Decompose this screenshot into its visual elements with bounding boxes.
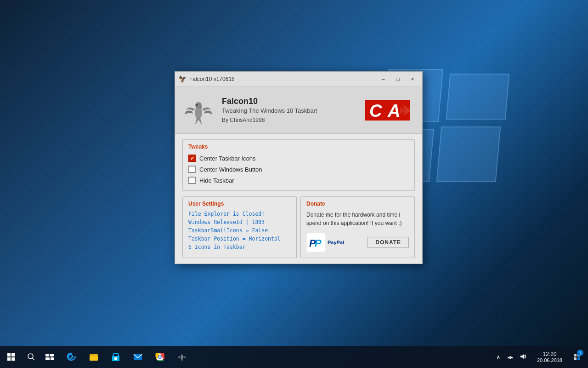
window-title: Falcon10 v170618 bbox=[189, 76, 374, 82]
app-icon: 🦅 bbox=[179, 75, 187, 83]
donate-label: Donate bbox=[306, 201, 409, 207]
title-bar: 🦅 Falcon10 v170618 – □ × bbox=[175, 72, 422, 86]
hide-taskbar-label: Hide Taskbar bbox=[199, 177, 234, 184]
app-subtitle: Tweaking The Windows 10 Taskbar! bbox=[222, 107, 352, 114]
network-status-icon bbox=[507, 354, 514, 359]
store-icon bbox=[111, 352, 121, 362]
svg-point-28 bbox=[181, 355, 183, 356]
paypal-icon: P P bbox=[306, 233, 326, 252]
clock[interactable]: 12:20 20.06.2018 bbox=[533, 351, 566, 363]
svg-point-26 bbox=[159, 356, 161, 358]
donate-text: Donate me for the hardwork and time i sp… bbox=[306, 211, 409, 227]
svg-line-14 bbox=[33, 358, 35, 361]
setting-small-icons: TaskbarSmallIcons = False bbox=[188, 227, 291, 234]
chrome-icon bbox=[155, 352, 165, 362]
svg-rect-33 bbox=[574, 357, 577, 360]
falcon10-app-icon bbox=[177, 352, 187, 362]
svg-rect-19 bbox=[90, 354, 98, 361]
app-info: Falcon10 Tweaking The Windows 10 Taskbar… bbox=[222, 97, 352, 123]
edge-icon bbox=[67, 352, 77, 362]
setting-position: Taskbar Position = Horizontal bbox=[188, 236, 291, 242]
windows-start-icon bbox=[7, 353, 15, 361]
falcon-icon bbox=[184, 95, 214, 125]
edge-taskbar-icon[interactable] bbox=[62, 347, 82, 367]
tweaks-section: Tweaks Center Taskbar Icons Center Windo… bbox=[182, 139, 415, 191]
user-settings-label: User Settings bbox=[188, 201, 291, 207]
sys-tray-icons: ∧ bbox=[491, 354, 531, 361]
maximize-button[interactable]: □ bbox=[392, 74, 404, 84]
chrome-taskbar-icon[interactable] bbox=[150, 347, 170, 367]
mail-taskbar-icon[interactable] bbox=[128, 347, 148, 367]
file-explorer-taskbar-icon[interactable] bbox=[84, 347, 104, 367]
svg-rect-15 bbox=[45, 354, 49, 356]
volume-status-icon bbox=[520, 354, 526, 359]
network-icon[interactable] bbox=[506, 354, 515, 361]
donate-button[interactable]: DONATE bbox=[368, 237, 409, 248]
task-view-icon bbox=[45, 354, 54, 360]
svg-point-4 bbox=[197, 104, 198, 105]
system-tray: ∧ bbox=[491, 346, 588, 368]
svg-rect-16 bbox=[50, 354, 54, 356]
tweaks-label: Tweaks bbox=[188, 144, 409, 150]
center-windows-button-row: Center Windows Button bbox=[188, 166, 409, 173]
svg-rect-21 bbox=[114, 357, 117, 360]
donate-panel: Donate Donate me for the hardwork and ti… bbox=[300, 196, 415, 258]
close-button[interactable]: × bbox=[407, 74, 418, 84]
falcon10-window: 🦅 Falcon10 v170618 – □ × bbox=[175, 71, 423, 264]
start-button[interactable] bbox=[0, 346, 22, 368]
mail-icon bbox=[133, 352, 143, 362]
svg-text:C: C bbox=[369, 101, 382, 121]
content-area: Tweaks Center Taskbar Icons Center Windo… bbox=[175, 134, 422, 264]
app-author: By ChrisAnd1998 bbox=[222, 117, 352, 123]
svg-point-29 bbox=[509, 357, 511, 359]
app-logo bbox=[182, 94, 215, 126]
center-windows-button-checkbox[interactable] bbox=[188, 166, 196, 173]
ca-brand-icon: C A bbox=[361, 98, 414, 123]
taskbar-pinned-icons bbox=[62, 347, 192, 367]
minimize-button[interactable]: – bbox=[377, 74, 389, 84]
center-taskbar-icons-checkbox[interactable] bbox=[188, 155, 196, 162]
app-name: Falcon10 bbox=[222, 97, 352, 106]
center-taskbar-icons-row: Center Taskbar Icons bbox=[188, 155, 409, 162]
user-settings-panel: User Settings File Explorer is Closed! W… bbox=[182, 196, 297, 258]
notification-badge: 1 bbox=[577, 350, 583, 356]
svg-text:A: A bbox=[387, 101, 400, 121]
center-windows-button-label: Center Windows Button bbox=[199, 166, 262, 173]
donate-footer: P P PayPal DONATE bbox=[306, 233, 409, 252]
app-header: Falcon10 Tweaking The Windows 10 Taskbar… bbox=[175, 86, 422, 134]
setting-release-id: Windows ReleaseId | 1803 bbox=[188, 219, 291, 225]
falcon10-taskbar-icon[interactable] bbox=[172, 347, 192, 367]
svg-marker-30 bbox=[520, 354, 524, 359]
svg-point-13 bbox=[28, 354, 33, 359]
svg-rect-18 bbox=[51, 357, 54, 360]
hide-taskbar-checkbox[interactable] bbox=[188, 177, 196, 184]
setting-file-explorer: File Explorer is Closed! bbox=[188, 211, 291, 217]
svg-rect-17 bbox=[45, 357, 50, 360]
hide-taskbar-row: Hide Taskbar bbox=[188, 177, 409, 184]
store-taskbar-icon[interactable] bbox=[106, 347, 126, 367]
svg-rect-31 bbox=[574, 354, 577, 356]
time-display: 12:20 bbox=[543, 351, 556, 357]
notification-center-button[interactable]: 1 bbox=[568, 346, 586, 368]
bottom-panels: User Settings File Explorer is Closed! W… bbox=[182, 196, 415, 258]
paypal-logo: P P PayPal bbox=[306, 233, 344, 252]
desktop: 🦅 Falcon10 v170618 – □ × bbox=[0, 0, 588, 368]
svg-text:P: P bbox=[315, 237, 322, 249]
setting-icon-count: 6 Icons in Taskbar bbox=[188, 244, 291, 250]
search-button[interactable] bbox=[22, 346, 40, 368]
taskbar: ∧ bbox=[0, 346, 588, 368]
center-taskbar-icons-label: Center Taskbar Icons bbox=[199, 155, 256, 162]
date-display: 20.06.2018 bbox=[537, 357, 562, 363]
paypal-text: PayPal bbox=[328, 240, 344, 245]
search-icon bbox=[27, 353, 35, 361]
expand-tray-icon[interactable]: ∧ bbox=[495, 354, 502, 361]
task-view-button[interactable] bbox=[40, 346, 59, 368]
ca-logo: C A bbox=[360, 96, 415, 124]
volume-icon[interactable] bbox=[519, 354, 528, 361]
svg-rect-34 bbox=[577, 357, 580, 360]
file-explorer-icon bbox=[89, 352, 99, 362]
